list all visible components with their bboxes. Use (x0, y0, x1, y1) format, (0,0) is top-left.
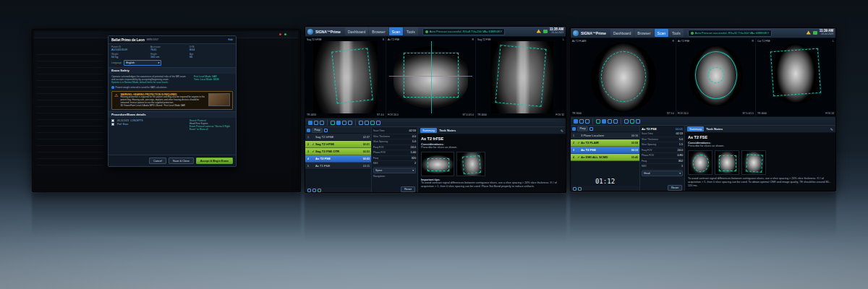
tab-dashboard[interactable]: Dashboard (610, 29, 634, 37)
edit-link[interactable]: Edit (228, 38, 233, 41)
viewport-sagittal-lumbar[interactable]: Sag T2 FSE L TR 4000 FOV 32 (476, 37, 566, 118)
tab-scan[interactable]: Scan (655, 29, 668, 37)
param-row[interactable]: Scan Time 02:13 (642, 131, 683, 137)
brain-thumbnail[interactable] (741, 150, 766, 175)
sat-band-icon[interactable] (370, 121, 375, 125)
annotate-icon[interactable] (613, 119, 618, 124)
axial-thumbnail[interactable] (421, 152, 454, 176)
roi-circle-inner[interactable] (708, 67, 724, 83)
checkbox[interactable] (111, 123, 114, 126)
protocol-link[interactable]: Exam Protocol same as "Sectra 6 Right Ex… (190, 125, 233, 131)
flag-icon[interactable] (312, 189, 316, 192)
viewport-coronal-brain[interactable]: Cor T2 FSE L TR 4000 FOV 24 (756, 38, 835, 116)
zoom-icon[interactable] (585, 119, 590, 124)
link-icon[interactable] (318, 189, 321, 192)
viewport-axial-brain[interactable]: Ax T2 FSE R FOV 24.0 ST 5.0/1.5 (676, 38, 756, 116)
pan-icon[interactable] (579, 119, 584, 124)
procedure-row[interactable]: 06.24.2023 CONCEPTS (111, 119, 187, 122)
field-value[interactable]: 7641 (150, 48, 185, 51)
brain-thumbnail[interactable] (715, 150, 739, 175)
crosshair-icon[interactable] (602, 119, 606, 124)
measure-icon[interactable] (365, 121, 369, 125)
chat-icon[interactable] (543, 30, 548, 33)
add-series-icon[interactable] (572, 127, 576, 131)
camera-icon[interactable] (307, 189, 311, 192)
zoom-icon[interactable] (320, 121, 324, 125)
crosshair-icon[interactable] (336, 121, 341, 125)
grid-icon[interactable] (342, 121, 346, 125)
save-close-button[interactable]: Save & Close (169, 158, 194, 164)
roi-overlay[interactable] (495, 45, 547, 106)
layout-icon[interactable] (574, 119, 578, 124)
series-row-completed[interactable]: 3 ✓ Sag T2 FSE OTR 02:53 (305, 148, 371, 155)
series-row-completed[interactable]: 2 ✓ Sag T2 frFSE 02:01 (305, 141, 371, 148)
roi-overlay[interactable] (770, 48, 821, 96)
edit-notes-icon[interactable]: ✎ (830, 127, 833, 131)
reset-button[interactable]: Reset (401, 186, 415, 192)
param-row[interactable]: Freq 320 (373, 156, 416, 162)
param-row[interactable]: Slice Spacing 1.0 (373, 139, 416, 145)
tab-tools[interactable]: Tools (669, 29, 684, 37)
window-level-icon[interactable] (624, 119, 629, 124)
series-row[interactable]: 5 Ax T1 FSE 01:11 (305, 163, 371, 170)
series-row-active[interactable]: 3 Ax T2 FSE 02:13 (571, 147, 639, 154)
sagittal-thumbnail[interactable] (456, 152, 485, 176)
mode-link[interactable]: Time: Local Mode: MDM (194, 78, 233, 81)
param-row[interactable]: Phase FOV 0.80 (642, 153, 683, 159)
coil-select[interactable]: Head ▾ (642, 171, 683, 176)
pan-icon[interactable] (314, 121, 318, 125)
tab-browser[interactable]: Browser (369, 27, 388, 35)
field-value[interactable]: 8/04 (190, 48, 224, 51)
window-level-icon[interactable] (359, 121, 363, 125)
viewport-axial-brain-large[interactable]: Ax T2 FLAIR R TR 9000 ST 5.0 (571, 38, 676, 116)
chat-icon[interactable] (813, 31, 817, 35)
summary-tab[interactable]: Summary (687, 126, 704, 131)
param-row[interactable]: Slice Thickness 4.0 (373, 134, 416, 140)
field-value[interactable]: 64 kg (111, 56, 146, 59)
series-row-completed[interactable]: 4 ✓ Ax DWI ALL SCMD 00:45 (571, 154, 639, 161)
reset-view-icon[interactable] (376, 121, 380, 125)
series-row[interactable]: 1 Sag T2 frFSE 02:37 (305, 134, 371, 141)
pause-icon[interactable] (590, 127, 593, 131)
annotate-icon[interactable] (348, 121, 352, 125)
layout-icon[interactable] (308, 121, 312, 125)
add-series-icon[interactable] (307, 129, 310, 132)
roi-overlay[interactable] (601, 51, 646, 102)
coil-select[interactable]: Spine ▾ (373, 168, 416, 173)
series-row[interactable]: 1 3 Plane Localizer 00:16 (571, 132, 639, 139)
tab-scan[interactable]: Scan (389, 27, 403, 35)
tab-dashboard[interactable]: Dashboard (345, 27, 368, 35)
field-value[interactable]: AU10053109 (111, 48, 146, 51)
param-row[interactable]: Freq FOV 24.0 (642, 148, 683, 154)
series-row-completed[interactable]: 2 ✓ Ax T2 FLAIR 02:58 (571, 139, 639, 147)
tab-tools[interactable]: Tools (404, 27, 418, 35)
edit-notes-icon[interactable]: ✎ (561, 129, 563, 133)
language-select[interactable]: English ▾ (124, 60, 161, 66)
viewport-sagittal-spine[interactable]: Sag T2 frFSE S TR 4453 ST 4.0 (305, 37, 386, 118)
safety-link[interactable]: System is in Normal Mode; default limits… (111, 81, 191, 84)
cancel-button[interactable]: Cancel (149, 158, 166, 164)
param-row[interactable]: Slice Thickness 5.0 (642, 137, 683, 143)
viewport-axial-abdomen[interactable]: Ax T2 FSE R FOV 24.0 ST 4.0/1.0 (386, 37, 476, 118)
param-row[interactable]: Freq 352 (642, 159, 683, 165)
graphic-rx-icon[interactable] (596, 119, 600, 124)
series-row-active[interactable]: 4 Ax T2 FSE 02:53 (305, 155, 371, 163)
param-row[interactable]: Phase FOV 1.00 (373, 150, 416, 156)
param-row[interactable]: Freq FOV 24.0 (373, 145, 416, 151)
tab-browser[interactable]: Browser (634, 29, 653, 37)
param-row[interactable]: Slice Spacing 1.5 (642, 142, 683, 148)
param-row[interactable]: NEX 2 (373, 161, 416, 167)
procedure-row[interactable]: Perf Brain (111, 123, 187, 126)
link-icon[interactable] (578, 187, 582, 191)
grid-icon[interactable] (608, 119, 612, 124)
notifications-bell-icon[interactable] (807, 30, 811, 35)
checkbox[interactable] (111, 119, 114, 122)
summary-tab[interactable]: Summary (420, 128, 437, 133)
prep-button[interactable]: Prep (577, 126, 588, 131)
notifications-bell-icon[interactable] (537, 29, 541, 33)
crosshair-vertical[interactable] (431, 41, 432, 113)
accept-begin-exam-button[interactable]: Accept & Begin Exam (196, 158, 233, 164)
warning-link[interactable]: 3D ViewerPoint Level 4 Audio MP3 L Brand… (120, 105, 206, 108)
sat-band-icon[interactable] (630, 119, 634, 124)
prep-button[interactable]: Prep (312, 128, 323, 133)
